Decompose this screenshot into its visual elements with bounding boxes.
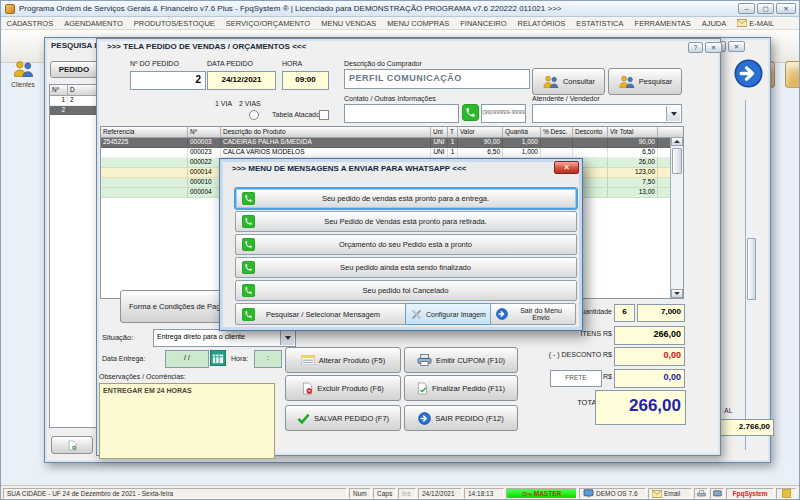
menu-email[interactable]: E-MAIL bbox=[732, 17, 780, 30]
pesquisa-list[interactable]: Nº D 122 bbox=[49, 84, 97, 428]
desconto-value: 0,00 bbox=[614, 347, 685, 366]
minimize-button[interactable]: – bbox=[738, 3, 755, 14]
table-row[interactable]: 2545225000003CADEIRAS PALHA S/MEDIDAUNI1… bbox=[101, 138, 683, 148]
pesquisa-new-button[interactable] bbox=[51, 436, 93, 454]
data-entrega-field[interactable]: / / bbox=[165, 350, 209, 368]
data-pedido-field[interactable]: 24/12/2021 bbox=[207, 71, 276, 90]
menu-item-estatistica[interactable]: ESTATISTICA bbox=[571, 17, 629, 30]
dropdown-arrow-icon[interactable] bbox=[280, 331, 294, 345]
menu-item-menu-vendas[interactable]: MENU VENDAS bbox=[316, 17, 382, 30]
pesquisa-row[interactable]: 12 bbox=[50, 96, 96, 106]
qtd-total-value: 7,000 bbox=[637, 304, 685, 322]
atendente-label: Atendente / Vendedor bbox=[532, 95, 600, 102]
tela-close-button[interactable]: ✕ bbox=[705, 42, 722, 53]
table-scrollbar[interactable] bbox=[670, 137, 683, 298]
table-cell bbox=[573, 138, 608, 147]
pesquisa-close-button[interactable]: ✕ bbox=[728, 41, 745, 52]
observacoes-textarea[interactable]: ENTREGAR EM 24 HORAS bbox=[99, 383, 275, 459]
menu-item-agendamento[interactable]: AGENDAMENTO bbox=[59, 17, 129, 30]
pesquisa-row[interactable]: 2 bbox=[50, 106, 96, 116]
table-cell: 6,50 bbox=[608, 148, 658, 157]
calendar-button[interactable] bbox=[210, 350, 226, 366]
frete-value: 0,00 bbox=[614, 369, 685, 388]
menu-item-ajuda[interactable]: AJUDA bbox=[696, 17, 732, 30]
arrow-right-icon bbox=[734, 59, 763, 88]
emitir-cupom-button[interactable]: Emitir CUPOM (F10) bbox=[404, 347, 518, 373]
pesquisa-cell bbox=[68, 106, 97, 115]
frete-field[interactable]: FRETE bbox=[550, 370, 602, 387]
num-pedido-field[interactable]: 2 bbox=[130, 71, 206, 90]
vias-radio[interactable] bbox=[249, 110, 259, 120]
tabela-atacado-checkbox[interactable] bbox=[319, 110, 329, 120]
status-time: 14:18:13 bbox=[464, 488, 504, 499]
comprador-field[interactable]: PERFIL COMUNICAÇÃO bbox=[344, 69, 530, 89]
close-button[interactable]: ✕ bbox=[776, 3, 796, 14]
clients-icon bbox=[10, 60, 36, 77]
hora-field[interactable]: 09:00 bbox=[282, 71, 329, 90]
sair-menu-envio-button[interactable]: Sair do Menu Envio bbox=[490, 303, 576, 325]
statusbar: SUA CIDADE - UF 24 de Dezembro de 2021 -… bbox=[1, 485, 800, 500]
table-cell: 000010 bbox=[188, 178, 221, 187]
pesquisa-cell: 2 bbox=[50, 106, 68, 115]
whatsapp-message-button[interactable]: Seu pedido de vendas está pronto para a … bbox=[235, 188, 577, 209]
sair-pedido-button[interactable]: SAIR PEDIDO (F12) bbox=[404, 405, 518, 431]
status-printer-icon bbox=[694, 488, 708, 499]
phone-field[interactable]: (99)99999-9999 bbox=[481, 104, 526, 123]
table-cell: 000004 bbox=[188, 188, 221, 197]
help-icon[interactable] bbox=[785, 61, 800, 88]
status-help-icon bbox=[776, 488, 796, 499]
table-cell bbox=[101, 188, 188, 197]
maximize-button[interactable]: ▢ bbox=[757, 3, 774, 14]
table-cell: 1,000 bbox=[503, 138, 541, 147]
status-date: 24/12/2021 bbox=[418, 488, 462, 499]
total-value: 266,00 bbox=[595, 390, 686, 425]
menu-item-menu-compras[interactable]: MENU COMPRAS bbox=[382, 17, 455, 30]
menu-item-produtos-estoque[interactable]: PRODUTOS/ESTOQUE bbox=[128, 17, 220, 30]
excluir-produto-button[interactable]: Excluir Produto (F6) bbox=[285, 375, 401, 401]
table-cell: 000003 bbox=[188, 138, 221, 147]
status-demo: DEMO OS 7.6 bbox=[579, 488, 646, 499]
forma-pagamento-button[interactable]: Forma e Condições de Pagamento bbox=[120, 290, 224, 323]
col-header: % Desc. bbox=[541, 127, 573, 137]
pesquisar-button[interactable]: Pesquisar bbox=[608, 68, 682, 95]
app-icon bbox=[5, 4, 15, 14]
data-entrega-label: Data Entrega: bbox=[102, 355, 145, 362]
dropdown-arrow-icon[interactable] bbox=[666, 106, 680, 121]
tela-help-button[interactable]: ? bbox=[688, 42, 703, 53]
col-header: Nº bbox=[188, 127, 221, 137]
whatsapp-send-button[interactable] bbox=[462, 104, 479, 121]
whatsapp-message-button[interactable]: Seu pedido foi Cancelado bbox=[235, 280, 577, 301]
num-pedido-label: Nº DO PEDIDO bbox=[130, 60, 179, 67]
toolbar-clientes-button[interactable]: Clientes bbox=[4, 60, 42, 88]
pesquisa-next-button[interactable] bbox=[734, 59, 763, 88]
consultar-button[interactable]: Consultar bbox=[532, 68, 605, 95]
table-row[interactable]: 000023CALCA VARIOS MODELOSUNI16,501,0006… bbox=[101, 148, 683, 158]
itens-value: 266,00 bbox=[614, 326, 685, 345]
configurar-imagem-button[interactable]: Configurar Imagem bbox=[405, 303, 492, 325]
whatsapp-message-button[interactable]: Orçamento do seu Pedido está a pronto bbox=[235, 234, 577, 255]
pesquisar-mensagem-button[interactable]: Pesquisar / Selecionar Mensagem bbox=[235, 303, 408, 325]
finalizar-pedido-button[interactable]: Finalizar Pedido (F11) bbox=[404, 375, 518, 401]
menu-item-ferramentas[interactable]: FERRAMENTAS bbox=[629, 17, 696, 30]
pesquisa-scrollbar[interactable] bbox=[745, 100, 757, 450]
table-cell bbox=[101, 148, 188, 157]
table-cell: 000014 bbox=[188, 168, 221, 177]
atendente-select[interactable] bbox=[532, 104, 682, 123]
menu-item-relat-rios[interactable]: RELATÓRIOS bbox=[512, 17, 571, 30]
document-icon bbox=[68, 440, 77, 451]
status-email[interactable]: Email bbox=[648, 488, 692, 499]
tela-window-title: >>> TELA PEDIDO DE VENDAS / ORÇAMENTOS <… bbox=[107, 42, 680, 51]
contato-field[interactable] bbox=[344, 104, 459, 123]
whatsapp-message-button[interactable]: Seu pedido ainda está sendo finalizado bbox=[235, 257, 577, 278]
hora-entrega-field[interactable]: : bbox=[254, 350, 282, 368]
salvar-pedido-button[interactable]: SALVAR PEDIDO (F7) bbox=[285, 405, 401, 431]
menu-item-servi-o-or-amento[interactable]: SERVIÇO/ORÇAMENTO bbox=[220, 17, 315, 30]
menu-item-cadastros[interactable]: CADASTROS bbox=[1, 17, 59, 30]
table-cell: 13,00 bbox=[608, 188, 658, 197]
situacao-select[interactable]: Entrega direto para o cliente bbox=[153, 329, 296, 347]
alterar-produto-button[interactable]: Alterar Produto (F5) bbox=[285, 347, 401, 373]
menu-item-financeiro[interactable]: FINANCEIRO bbox=[455, 17, 512, 30]
pedido-tab[interactable]: PEDIDO bbox=[50, 61, 98, 78]
modal-close-button[interactable]: ✕ bbox=[554, 161, 579, 174]
whatsapp-message-button[interactable]: Seu Pedido de Vendas está pronto para re… bbox=[235, 211, 577, 232]
